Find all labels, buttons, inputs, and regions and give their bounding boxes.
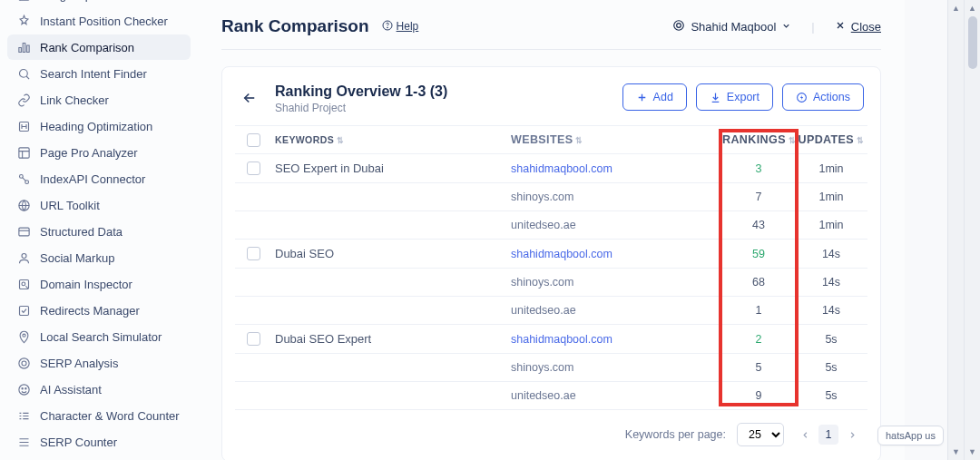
- sidebar-item-label: URL Toolkit: [40, 199, 100, 212]
- sidebar-icon: [16, 198, 31, 212]
- cell-website[interactable]: shahidmaqbool.com: [507, 155, 722, 182]
- sidebar-item-search-intent-finder[interactable]: Search Intent Finder: [7, 61, 191, 86]
- sidebar-icon: [16, 303, 31, 318]
- add-label: Add: [653, 91, 673, 103]
- row-checkbox[interactable]: [247, 332, 260, 346]
- export-button[interactable]: Export: [696, 83, 773, 111]
- per-page-label: Keywords per page:: [625, 428, 726, 441]
- sidebar-item-redirects-manager[interactable]: Redirects Manager: [7, 298, 191, 323]
- cell-website: shinoys.com: [507, 269, 722, 296]
- main-content: Rank Comparison Help Shahid Maqbool: [198, 0, 905, 460]
- per-page-select[interactable]: 25: [737, 423, 784, 446]
- col-keywords[interactable]: KEYWORDS⇅: [271, 127, 507, 152]
- svg-point-13: [22, 334, 24, 337]
- actions-button[interactable]: Actions: [782, 83, 864, 111]
- sidebar-item-local-search-simulator[interactable]: Local Search Simulator: [7, 324, 191, 349]
- row-checkbox[interactable]: [247, 161, 260, 175]
- sidebar-item-view-rendered-source[interactable]: View Rendered Source: [7, 455, 191, 460]
- table-header-row: KEYWORDS⇅ WEBSITES⇅ RANKINGS⇅ UPDATES⇅: [235, 126, 867, 154]
- page-number[interactable]: 1: [818, 425, 838, 445]
- scroll-down-icon[interactable]: ▼: [952, 445, 960, 458]
- sidebar-item-ai-assistant[interactable]: AI Assistant: [7, 377, 191, 402]
- cell-ranking: 2: [722, 333, 795, 346]
- scrollbar-thumb[interactable]: [968, 16, 977, 69]
- help-icon: [382, 20, 393, 34]
- cell-keyword: [271, 388, 507, 403]
- back-button[interactable]: [239, 87, 260, 109]
- sidebar-icon: [16, 408, 31, 423]
- sidebar-icon: [16, 224, 31, 239]
- sidebar-item-label: Local Search Simulator: [40, 330, 162, 344]
- svg-point-20: [387, 27, 387, 28]
- col-rankings[interactable]: RANKINGS⇅: [722, 133, 795, 146]
- select-all-checkbox[interactable]: [247, 133, 260, 147]
- cell-keyword: [271, 218, 507, 232]
- cell-website[interactable]: shahidmaqbool.com: [507, 240, 722, 268]
- table-row: unitedseo.ae114s: [235, 297, 867, 325]
- sidebar-item-label: Rank Comparison: [40, 41, 134, 54]
- sidebar-item-heading-optimization[interactable]: Heading Optimization: [7, 113, 191, 139]
- sidebar-item-label: Domain Inspector: [40, 278, 132, 291]
- table-row: Dubai SEOshahidmaqbool.com5914s: [235, 240, 867, 269]
- sidebar-item-serp-analysis[interactable]: SERP Analysis: [7, 350, 191, 376]
- inner-scrollbar[interactable]: ▲ ▼: [947, 0, 964, 460]
- cell-ranking: 7: [722, 191, 795, 203]
- sidebar-icon: [16, 0, 31, 2]
- sidebar-item-serp-counter[interactable]: SERP Counter: [7, 429, 191, 455]
- sidebar-item-label: Link Checker: [40, 93, 109, 107]
- overview-subtitle: Shahid Project: [275, 102, 447, 114]
- scroll-up-icon[interactable]: ▲: [952, 2, 960, 15]
- svg-rect-8: [18, 228, 28, 236]
- row-checkbox[interactable]: [247, 247, 260, 260]
- cell-keyword: SEO Expert in Dubai: [271, 154, 507, 182]
- sidebar-icon: [16, 435, 31, 449]
- cell-website: unitedseo.ae: [507, 297, 722, 324]
- whatsapp-widget[interactable]: hatsApp us: [877, 426, 944, 445]
- table-row: shinoys.com55s: [235, 354, 867, 382]
- actions-label: Actions: [813, 91, 850, 103]
- chevron-down-icon: [781, 20, 791, 34]
- table-row: Dubai SEO Expertshahidmaqbool.com25s: [235, 325, 867, 354]
- cell-update: 5s: [795, 333, 867, 346]
- prev-page[interactable]: [795, 425, 815, 445]
- scroll-down-icon[interactable]: ▼: [968, 445, 976, 458]
- outer-scrollbar[interactable]: ▲ ▼: [964, 0, 980, 460]
- next-page[interactable]: [842, 425, 862, 445]
- sidebar-item-rank-comparison[interactable]: Rank Comparison: [7, 34, 191, 60]
- sidebar-icon: [16, 329, 31, 344]
- sidebar-item-instant-position-checker[interactable]: Instant Position Checker: [7, 8, 191, 34]
- cell-keyword: [271, 275, 507, 289]
- sidebar-item-image-optimization[interactable]: Image Optimization: [7, 0, 191, 7]
- col-websites[interactable]: WEBSITES⇅: [507, 126, 722, 153]
- col-updates[interactable]: UPDATES⇅: [795, 133, 867, 146]
- help-link[interactable]: Help: [382, 20, 419, 34]
- cell-website[interactable]: shahidmaqbool.com: [507, 326, 722, 353]
- cell-ranking: 3: [722, 162, 795, 175]
- sidebar-item-url-toolkit[interactable]: URL Toolkit: [7, 192, 191, 218]
- sidebar-item-page-pro-analyzer[interactable]: Page Pro Analyzer: [7, 140, 191, 165]
- sidebar-icon: [16, 277, 31, 291]
- sidebar-item-character-word-counter[interactable]: Character & Word Counter: [7, 403, 191, 428]
- user-menu[interactable]: Shahid Maqbool: [672, 19, 791, 34]
- close-button[interactable]: Close: [835, 20, 881, 34]
- cell-update: 1min: [795, 162, 867, 175]
- sidebar-icon: [16, 93, 31, 107]
- sidebar-item-social-markup[interactable]: Social Markup: [7, 245, 191, 270]
- cell-update: 1min: [795, 219, 867, 231]
- sidebar-item-label: SERP Analysis: [40, 357, 118, 370]
- sidebar-item-domain-inspector[interactable]: Domain Inspector: [7, 271, 191, 297]
- table-row: unitedseo.ae431min: [235, 211, 867, 240]
- user-name: Shahid Maqbool: [691, 20, 776, 34]
- add-button[interactable]: Add: [622, 83, 687, 111]
- cell-keyword: Dubai SEO: [271, 240, 507, 268]
- sidebar-icon: [16, 119, 31, 133]
- sidebar-icon: [16, 171, 31, 186]
- sidebar-item-indexapi-connector[interactable]: IndexAPI Connector: [7, 166, 191, 191]
- sidebar-item-link-checker[interactable]: Link Checker: [7, 87, 191, 113]
- svg-point-16: [18, 384, 28, 394]
- close-label: Close: [851, 20, 881, 34]
- sidebar-item-structured-data[interactable]: Structured Data: [7, 219, 191, 244]
- cell-keyword: [271, 190, 507, 204]
- scroll-up-icon[interactable]: ▲: [968, 2, 976, 15]
- svg-point-9: [22, 253, 26, 258]
